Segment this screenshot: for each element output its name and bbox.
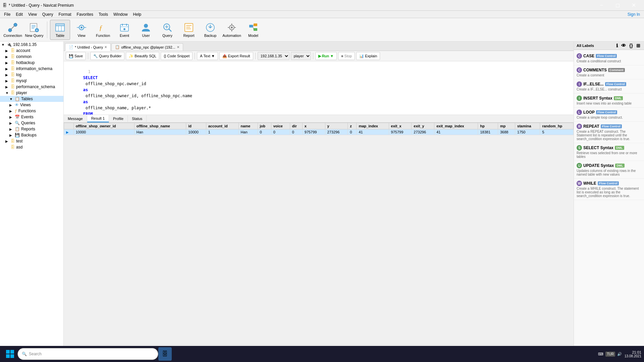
col-job[interactable]: job bbox=[258, 123, 271, 129]
tab-untitled-query[interactable]: 📄 * Untitled - Query ✕ bbox=[65, 43, 111, 51]
cell-dir[interactable]: 0 bbox=[290, 129, 302, 135]
cell-voice[interactable]: 0 bbox=[271, 129, 290, 135]
col-y[interactable]: y bbox=[325, 123, 348, 129]
col-mp[interactable]: mp bbox=[498, 123, 515, 129]
keyboard-icon[interactable]: ⌨ bbox=[598, 352, 603, 356]
table-row[interactable]: ▶ 10000 Han 10000 1 Han 0 0 0 975799 273… bbox=[64, 129, 574, 135]
cell-y[interactable]: 273296 bbox=[325, 129, 348, 135]
views-item[interactable]: ▶ 👁 Views bbox=[0, 102, 63, 108]
lang-icon[interactable]: TUR bbox=[605, 352, 615, 357]
col-name[interactable]: name bbox=[238, 123, 258, 129]
db-test[interactable]: ▶ 🗄 test bbox=[0, 138, 63, 144]
col-id[interactable]: id bbox=[186, 123, 206, 129]
menu-tools[interactable]: Tools bbox=[96, 11, 111, 17]
sql-editor[interactable]: 1 SELECT offline_shop_npc.owner_id as of… bbox=[64, 61, 574, 115]
col-exit-y[interactable]: exit_y bbox=[412, 123, 434, 129]
result-tab-result1[interactable]: Result 1 bbox=[87, 115, 109, 122]
minimize-button[interactable]: − bbox=[594, 0, 609, 11]
events-item[interactable]: ▶ 📅 Events bbox=[0, 114, 63, 120]
query-button[interactable]: Query bbox=[157, 20, 177, 40]
cell-exit-map-index[interactable]: 41 bbox=[434, 129, 478, 135]
db-log[interactable]: ▶ 🗄 log bbox=[0, 72, 63, 78]
title-bar-controls[interactable]: − ◻ ✕ bbox=[594, 0, 641, 11]
menu-file[interactable]: File bbox=[1, 11, 13, 17]
db-account[interactable]: ▶ 🗄 account bbox=[0, 48, 63, 54]
explain-button[interactable]: 📊 Explain bbox=[356, 52, 380, 60]
cell-job[interactable]: 0 bbox=[258, 129, 271, 135]
taskbar-clock[interactable]: 21:01 13.08.2021 bbox=[625, 350, 641, 358]
db-hotbackup[interactable]: ▶ 🗄 hotbackup bbox=[0, 60, 63, 66]
connection-select[interactable]: 192.168.1.35 bbox=[258, 52, 289, 60]
text-button[interactable]: A Text ▼ bbox=[197, 52, 218, 60]
backups-item[interactable]: ▶ 💾 Backups bbox=[0, 132, 63, 138]
result-tab-profile[interactable]: Profile bbox=[109, 115, 128, 122]
cell-account-id[interactable]: 1 bbox=[206, 129, 238, 135]
code-snippet-button[interactable]: {} Code Snippet bbox=[161, 52, 193, 60]
result-tab-status[interactable]: Status bbox=[128, 115, 147, 122]
report-button[interactable]: Report bbox=[179, 20, 199, 40]
cell-exit-y[interactable]: 273296 bbox=[412, 129, 434, 135]
automation-button[interactable]: Automation bbox=[222, 20, 242, 40]
queries-item[interactable]: ▶ 🔍 Queries bbox=[0, 120, 63, 126]
col-offline-shop-name[interactable]: offline_shop_name bbox=[134, 123, 186, 129]
connection-item[interactable]: ▼ 🔌 192.168.1.35 bbox=[0, 42, 63, 48]
start-button[interactable] bbox=[3, 347, 17, 361]
menu-window[interactable]: Window bbox=[111, 11, 130, 17]
col-hp[interactable]: hp bbox=[478, 123, 498, 129]
snippet-repeat[interactable]: R REPEAT Flow Control Create a REPEAT co… bbox=[574, 122, 644, 143]
col-x[interactable]: x bbox=[302, 123, 325, 129]
snippet-case[interactable]: C CASE Flow Control Create a conditional… bbox=[574, 51, 644, 65]
db-performance-schema[interactable]: ▶ 🗄 performance_schema bbox=[0, 84, 63, 90]
cell-random-hp[interactable]: 5 bbox=[540, 129, 574, 135]
tab-table-close-button[interactable]: ✕ bbox=[177, 45, 179, 49]
right-panel-code-icon[interactable]: {} bbox=[628, 43, 634, 48]
menu-query[interactable]: Query bbox=[40, 11, 56, 17]
col-voice[interactable]: voice bbox=[271, 123, 290, 129]
cell-id[interactable]: 10000 bbox=[186, 129, 206, 135]
col-z[interactable]: z bbox=[348, 123, 357, 129]
col-map-index[interactable]: map_index bbox=[357, 123, 389, 129]
snippet-if-else[interactable]: I IF...ELSE... Flow Control Create a IF.… bbox=[574, 79, 644, 94]
db-player[interactable]: ▼ 🗄 player bbox=[0, 90, 63, 96]
export-result-button[interactable]: 📤 Export Result bbox=[219, 52, 253, 60]
event-button[interactable]: Event bbox=[114, 20, 135, 40]
cell-name[interactable]: Han bbox=[238, 129, 258, 135]
database-select[interactable]: player bbox=[291, 52, 311, 60]
menu-view[interactable]: View bbox=[25, 11, 40, 17]
cell-x[interactable]: 975799 bbox=[302, 129, 325, 135]
tab-close-button[interactable]: ✕ bbox=[104, 45, 107, 49]
new-query-button[interactable]: + New Query bbox=[24, 20, 44, 40]
connection-button[interactable]: Connection bbox=[3, 20, 23, 40]
snippet-while[interactable]: W WHILE Flow Control Create a WHILE cons… bbox=[574, 179, 644, 200]
stop-button[interactable]: ■ Stop bbox=[338, 52, 355, 60]
backup-button[interactable]: Backup bbox=[200, 20, 220, 40]
col-dir[interactable]: dir bbox=[290, 123, 302, 129]
view-button[interactable]: View bbox=[71, 20, 92, 40]
cell-exit-x[interactable]: 975799 bbox=[389, 129, 412, 135]
snippet-comments[interactable]: C COMMENTS Comment Create a comment bbox=[574, 65, 644, 79]
user-button[interactable]: User bbox=[136, 20, 156, 40]
save-button[interactable]: 💾 Save bbox=[66, 52, 86, 60]
snippet-select[interactable]: S SELECT Syntax DML Retrieve rows select… bbox=[574, 143, 644, 161]
tables-item[interactable]: ▼ 📋 Tables bbox=[0, 96, 63, 102]
function-button[interactable]: ƒ Function bbox=[93, 20, 113, 40]
snippet-update[interactable]: U UPDATE Syntax DML Updates columns of e… bbox=[574, 161, 644, 179]
menu-edit[interactable]: Edit bbox=[13, 11, 25, 17]
cell-stamina[interactable]: 1750 bbox=[515, 129, 540, 135]
cell-map-index[interactable]: 41 bbox=[357, 129, 389, 135]
col-offline-shop-owner-id[interactable]: offline_shop_owner_id bbox=[73, 123, 134, 129]
right-panel-info-icon[interactable]: ℹ bbox=[615, 43, 619, 48]
cell-shop-name[interactable]: Han bbox=[134, 129, 186, 135]
db-common[interactable]: ▶ 🗄 common bbox=[0, 54, 63, 60]
functions-item[interactable]: ▶ ƒ Functions bbox=[0, 108, 63, 114]
tab-table[interactable]: 📋 offline_shop_npc @player (192... ✕ bbox=[111, 43, 183, 51]
result-tab-message[interactable]: Message bbox=[64, 115, 87, 122]
col-account-id[interactable]: account_id bbox=[206, 123, 238, 129]
col-exit-map-index[interactable]: exit_map_index bbox=[434, 123, 478, 129]
snippet-insert[interactable]: I INSERT Syntax DML Insert new rows into… bbox=[574, 94, 644, 108]
beautify-sql-button[interactable]: ✨ Beautify SQL bbox=[126, 52, 159, 60]
table-button[interactable]: Table bbox=[50, 20, 70, 40]
sql-line-1[interactable]: 1 SELECT offline_shop_npc.owner_id as of… bbox=[64, 63, 574, 115]
right-panel-grid-icon[interactable]: ⊞ bbox=[635, 43, 641, 48]
query-builder-button[interactable]: 🔧 Query Builder bbox=[90, 52, 124, 60]
